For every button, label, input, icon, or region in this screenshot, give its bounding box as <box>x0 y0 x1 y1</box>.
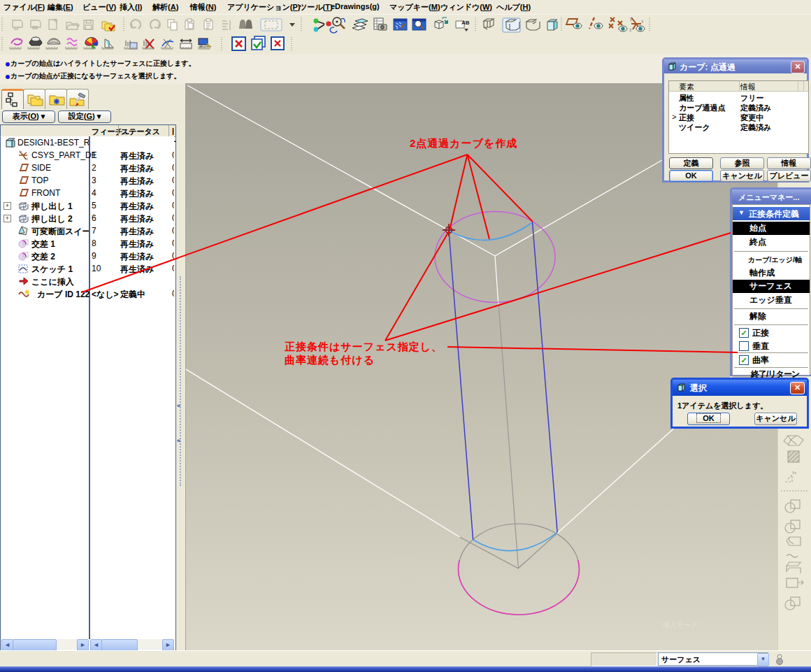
svg-text:AB: AB <box>461 20 470 26</box>
svg-text:挿入モード: 挿入モード <box>662 621 698 629</box>
svg-text:y: y <box>630 16 633 22</box>
svg-text:z: z <box>629 27 632 32</box>
svg-text:x: x <box>641 19 644 24</box>
